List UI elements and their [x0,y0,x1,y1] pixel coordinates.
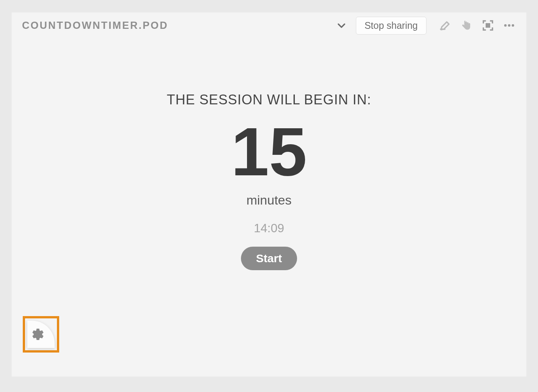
start-button[interactable]: Start [241,247,297,270]
draw-tool-button[interactable] [436,16,455,35]
timer-units: minutes [11,193,527,208]
app-background: COUNTDOWNTIMER.POD Stop sharing [0,0,538,392]
pointer-tool-button[interactable] [458,16,476,35]
svg-rect-0 [486,23,490,28]
pod-window: COUNTDOWNTIMER.POD Stop sharing [11,12,527,377]
settings-highlight-box [23,316,59,353]
timer-heading: THE SESSION WILL BEGIN IN: [11,92,527,108]
timer-clock: 14:09 [11,221,527,235]
fullscreen-icon [482,19,494,31]
collapse-dropdown[interactable] [334,18,349,33]
ellipsis-icon [503,19,516,32]
timer-body: THE SESSION WILL BEGIN IN: 15 minutes 14… [11,39,527,270]
svg-point-1 [504,24,507,27]
pod-header: COUNTDOWNTIMER.POD Stop sharing [11,12,527,39]
more-options-button[interactable] [500,16,518,35]
hand-pointer-icon [460,19,473,32]
stop-sharing-button[interactable]: Stop sharing [356,17,426,35]
svg-point-2 [508,24,511,27]
fullscreen-button[interactable] [479,16,497,35]
timer-value: 15 [11,118,527,186]
pod-title: COUNTDOWNTIMER.POD [22,20,168,31]
svg-point-3 [512,24,514,27]
pencil-icon [439,19,452,32]
chevron-down-icon [336,20,347,31]
settings-button[interactable] [27,321,55,348]
gear-icon [31,327,45,341]
